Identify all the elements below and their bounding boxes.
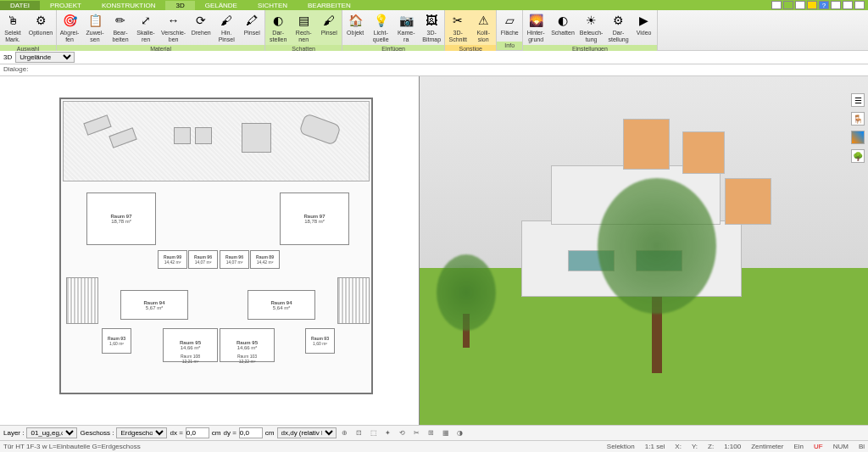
ribbon-btn[interactable]: 🖌Pinsel: [316, 10, 342, 45]
mode-select[interactable]: dx,dy (relativ ka: [277, 427, 337, 438]
menu-konstruktion[interactable]: KONSTRUKTION: [92, 1, 166, 10]
layers-icon[interactable]: ☰: [851, 93, 865, 107]
menu-sichten[interactable]: SICHTEN: [248, 1, 298, 10]
layer-select-bottom[interactable]: 01_ug,eg,og: [26, 427, 77, 438]
help-button[interactable]: ?: [819, 1, 829, 9]
tool-icon[interactable]: ◑: [454, 427, 466, 439]
ribbon-btn[interactable]: ✂3D-Schnitt: [445, 10, 470, 45]
menu-gelaende[interactable]: GELÄNDE: [195, 1, 248, 10]
furniture-icon[interactable]: 🪑: [851, 112, 865, 126]
tree-center: [598, 178, 716, 373]
menu-datei[interactable]: DATEI: [0, 1, 40, 10]
tool-icon[interactable]: ⊡: [353, 427, 365, 439]
tool-icon[interactable]: ⟲: [397, 427, 409, 439]
wc4[interactable]: [807, 1, 817, 9]
lbl: Hin.Pinsel: [219, 30, 235, 43]
wc1[interactable]: [771, 1, 782, 9]
layer-label: Layer :: [3, 429, 24, 437]
layer-select[interactable]: Urgelände: [15, 52, 75, 63]
ribbon-btn[interactable]: ⚙Dar-stellung: [605, 10, 631, 45]
ribbon-btn[interactable]: ▱Fläche: [497, 10, 522, 42]
dy-input[interactable]: [239, 427, 263, 438]
tool-icon[interactable]: ⬚: [368, 427, 380, 439]
room[interactable]: Raum 9614,07 m²: [188, 250, 218, 269]
maximize-button[interactable]: [843, 1, 853, 9]
ribbon-btn[interactable]: 🏠Objekt: [342, 10, 368, 45]
geschoss-select[interactable]: Erdgeschos: [116, 427, 167, 438]
optionen-button[interactable]: ⚙ Optionen: [25, 10, 56, 45]
room[interactable]: Raum 9718,78 m²: [280, 193, 349, 245]
tool-icon: ⟳: [192, 12, 209, 29]
pool: [298, 113, 342, 146]
dx-label: dx =: [170, 429, 182, 437]
lbl: Optionen: [29, 30, 53, 36]
status-y: Y:: [692, 443, 698, 450]
room[interactable]: Raum 945,64 m²: [248, 290, 315, 320]
ribbon-btn[interactable]: ✏Bear-beiten: [108, 10, 133, 45]
lbl: Video: [637, 30, 652, 36]
dialoge-row: Dialoge:: [0, 64, 868, 76]
ribbon: 🖱 SelektMark. ⚙ Optionen Auswahl 🎯Abgrei…: [0, 10, 868, 51]
tool-icon: ◐: [554, 12, 571, 29]
menu-3d[interactable]: 3D: [165, 1, 194, 10]
tool-icon: ☀: [583, 12, 600, 29]
ribbon-btn[interactable]: 💡Licht-quelle: [368, 10, 393, 45]
room[interactable]: Raum 931,60 m²: [102, 328, 131, 354]
pane-3d[interactable]: [420, 76, 868, 425]
tree-left: [437, 254, 496, 348]
ribbon-btn[interactable]: ☀Beleuch-tung: [577, 10, 606, 45]
tool-icon[interactable]: ⊞: [426, 427, 437, 439]
room[interactable]: Raum 931,60 m²: [305, 328, 335, 354]
room[interactable]: Raum 9614,07 m²: [220, 250, 249, 269]
ribbon-btn[interactable]: 🖌Hin.Pinsel: [214, 10, 239, 45]
menu-items: DATEI PROJEKT KONSTRUKTION 3D GELÄNDE SI…: [0, 1, 361, 10]
room[interactable]: Raum 9718,78 m²: [86, 193, 156, 245]
ribbon-btn[interactable]: 🖍Pinsel: [239, 10, 264, 45]
lbl: Kolli-sion: [476, 30, 490, 43]
cursor-icon: 🖱: [4, 12, 21, 29]
wc3[interactable]: [795, 1, 805, 9]
sofa: [174, 127, 191, 144]
pane-2d[interactable]: Raum 9718,78 m²Raum 9718,78 m²Raum 9914,…: [0, 76, 420, 425]
ribbon-btn[interactable]: ▤Rech-nen: [291, 10, 316, 45]
room[interactable]: Raum 10812,21 m²: [163, 354, 218, 364]
ribbon-btn[interactable]: 🌄Hinter-grund: [523, 10, 548, 45]
room[interactable]: Raum 9914,42 m²: [158, 250, 187, 269]
ribbon-btn[interactable]: ◐Schatten: [548, 10, 577, 45]
wc2[interactable]: [783, 1, 793, 9]
menu-bearbeiten[interactable]: BEARBEITEN: [298, 1, 361, 10]
close-button[interactable]: [854, 1, 865, 9]
tree-icon[interactable]: 🌳: [851, 149, 865, 163]
ribbon-btn[interactable]: 📷Kame-ra: [393, 10, 419, 45]
ribbon-btn[interactable]: ⚠Kolli-sion: [470, 10, 496, 45]
room[interactable]: Raum 945,67 m²: [120, 290, 188, 320]
tool-icon[interactable]: ✦: [382, 427, 394, 439]
lbl: 3D-Schnitt: [448, 30, 466, 43]
tool-icon: 📋: [86, 12, 103, 29]
tool-icon[interactable]: ⊕: [339, 427, 351, 439]
stairs-right: [337, 277, 370, 324]
ribbon-btn[interactable]: ⟳Drehen: [188, 10, 214, 45]
menu-projekt[interactable]: PROJEKT: [40, 1, 92, 10]
lbl: Verschie-ben: [161, 30, 186, 43]
ribbon-btn[interactable]: 📋Zuwei-sen: [82, 10, 108, 45]
ribbon-btn[interactable]: ⤢Skalie-ren: [133, 10, 159, 45]
selekt-button[interactable]: 🖱 SelektMark.: [0, 10, 25, 45]
ribbon-btn[interactable]: ↔Verschie-ben: [159, 10, 188, 45]
tool-icon: 🖌: [320, 12, 337, 29]
tool-icon: ⚠: [475, 12, 492, 29]
room[interactable]: Raum 10312,22 m²: [220, 354, 275, 364]
lbl: Bear-beiten: [112, 30, 128, 43]
tool-icon[interactable]: ▦: [440, 427, 452, 439]
table: [242, 123, 271, 153]
materials-icon[interactable]: [851, 131, 865, 144]
room[interactable]: Raum 8914,42 m²: [250, 250, 280, 269]
lbl: Mark.: [5, 36, 20, 42]
ribbon-btn[interactable]: ◐Dar-stellen: [265, 10, 291, 45]
dx-input[interactable]: [186, 427, 209, 438]
ribbon-btn[interactable]: 🎯Abgrei-fen: [57, 10, 82, 45]
tool-icon[interactable]: ✂: [411, 427, 423, 439]
ribbon-btn[interactable]: ▶Video: [632, 10, 657, 45]
minimize-button[interactable]: [831, 1, 841, 9]
ribbon-btn[interactable]: 🖼3D-Bitmap: [419, 10, 444, 45]
